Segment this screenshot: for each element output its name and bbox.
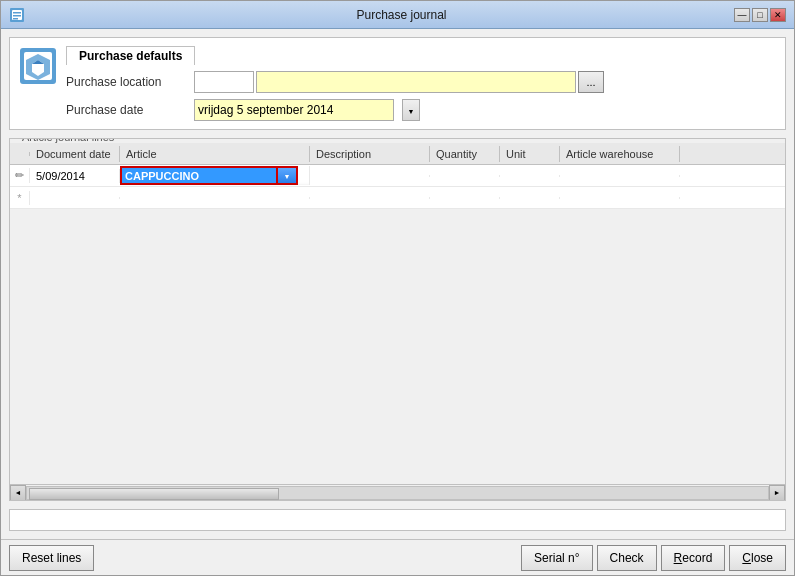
svg-rect-3 [13, 15, 21, 17]
th-doc-date: Document date [30, 146, 120, 162]
content-area: Purchase defaults Purchase location ... … [1, 29, 794, 539]
maximize-button[interactable]: □ [752, 8, 768, 22]
location-row: Purchase location ... [66, 71, 777, 93]
th-indicator [10, 152, 30, 156]
location-input-name[interactable] [256, 71, 576, 93]
date-row: Purchase date [66, 99, 777, 121]
table-body: ✏ 5/09/2014 [10, 165, 785, 484]
article-journal-section: Article journal lines Document date Arti… [9, 138, 786, 501]
svg-rect-2 [13, 12, 21, 14]
dropdown-arrow-icon [284, 171, 291, 181]
form-fields: Purchase location ... Purchase date [66, 71, 777, 121]
asterisk-icon: * [17, 192, 21, 204]
date-dropdown-button[interactable] [402, 99, 420, 121]
purchase-defaults-panel: Purchase defaults Purchase location ... … [66, 46, 777, 121]
check-label: Check [610, 551, 644, 565]
window-icon [9, 7, 25, 23]
hscroll-thumb [29, 488, 279, 500]
table-row: ✏ 5/09/2014 [10, 165, 785, 187]
chevron-down-icon [408, 104, 415, 116]
th-quantity: Quantity [430, 146, 500, 162]
th-article: Article [120, 146, 310, 162]
horizontal-scrollbar[interactable] [10, 484, 785, 500]
location-input-code[interactable] [194, 71, 254, 93]
cell-doc-date-new [30, 197, 120, 199]
status-bar [9, 509, 786, 531]
reset-lines-button[interactable]: Reset lines [9, 545, 94, 571]
record-label: Record [674, 551, 713, 565]
cell-description [310, 175, 430, 177]
title-bar: Purchase journal — □ ✕ [1, 1, 794, 29]
serial-label: Serial n° [534, 551, 580, 565]
record-button[interactable]: Record [661, 545, 726, 571]
serial-button[interactable]: Serial n° [521, 545, 593, 571]
location-label: Purchase location [66, 75, 186, 89]
date-label: Purchase date [66, 103, 186, 117]
close-label: Close [742, 551, 773, 565]
top-panel: Purchase defaults Purchase location ... … [9, 37, 786, 130]
svg-rect-4 [13, 18, 18, 20]
cell-warehouse [560, 175, 680, 177]
cell-description-new [310, 197, 430, 199]
hscroll-right-button[interactable] [769, 485, 785, 501]
hscroll-track[interactable] [26, 486, 769, 500]
minimize-button[interactable]: — [734, 8, 750, 22]
location-browse-button[interactable]: ... [578, 71, 604, 93]
close-button[interactable]: Close [729, 545, 786, 571]
row-edit-icon: ✏ [10, 168, 30, 183]
cell-quantity [430, 175, 500, 177]
app-icon [18, 46, 58, 86]
cell-warehouse-new [560, 197, 680, 199]
table-container: Document date Article Description Quanti… [10, 143, 785, 500]
window-close-button[interactable]: ✕ [770, 8, 786, 22]
window-title: Purchase journal [69, 8, 734, 22]
cell-unit [500, 175, 560, 177]
scroll-left-icon [15, 488, 22, 497]
cell-unit-new [500, 197, 560, 199]
article-cell: Zoeknaam Omschrijving CAPPUCCINO Cappucc… [120, 166, 309, 185]
th-unit: Unit [500, 146, 560, 162]
th-description: Description [310, 146, 430, 162]
location-inputs: ... [194, 71, 604, 93]
cell-article-new [120, 197, 310, 199]
pencil-icon: ✏ [15, 169, 24, 182]
bottom-bar: Reset lines Serial n° Check Record Close [1, 539, 794, 575]
check-button[interactable]: Check [597, 545, 657, 571]
main-window: Purchase journal — □ ✕ Purchase de [0, 0, 795, 576]
date-input[interactable] [194, 99, 394, 121]
article-dropdown-button[interactable] [278, 166, 298, 185]
tab-purchase-defaults[interactable]: Purchase defaults [66, 46, 195, 65]
cell-quantity-new [430, 197, 500, 199]
section-label: Article journal lines [18, 138, 118, 143]
cell-article[interactable]: Zoeknaam Omschrijving CAPPUCCINO Cappucc… [120, 166, 310, 185]
table-row: * [10, 187, 785, 209]
th-warehouse: Article warehouse [560, 146, 680, 162]
title-bar-controls: — □ ✕ [734, 8, 786, 22]
table-header: Document date Article Description Quanti… [10, 143, 785, 165]
scroll-right-icon [774, 488, 781, 497]
article-input[interactable] [120, 166, 278, 185]
hscroll-left-button[interactable] [10, 485, 26, 501]
row-new-icon: * [10, 191, 30, 205]
cell-doc-date: 5/09/2014 [30, 169, 120, 183]
